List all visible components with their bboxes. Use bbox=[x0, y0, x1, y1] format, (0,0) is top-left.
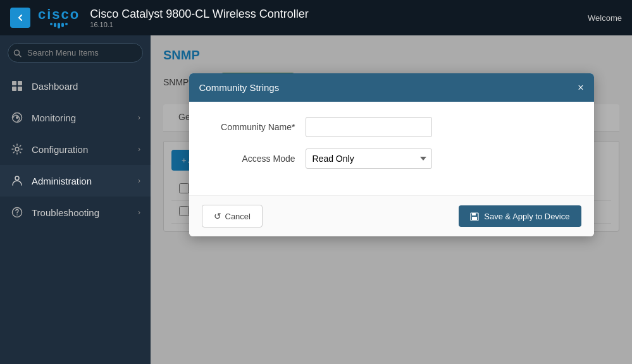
administration-arrow-icon: › bbox=[138, 176, 140, 185]
back-button[interactable] bbox=[10, 8, 30, 28]
sidebar-item-troubleshooting-label: Troubleshooting bbox=[32, 207, 130, 218]
sidebar-item-configuration-label: Configuration bbox=[32, 144, 130, 155]
configuration-arrow-icon: › bbox=[138, 145, 140, 154]
access-mode-row: Access Mode Read Only Read Write bbox=[207, 149, 576, 169]
modal-close-button[interactable]: × bbox=[578, 83, 583, 93]
cisco-logo-text: cisco bbox=[38, 8, 80, 21]
community-name-label: Community Name* bbox=[207, 122, 295, 132]
community-name-row: Community Name* bbox=[207, 117, 576, 137]
modal-body: Community Name* Access Mode Read Only Re… bbox=[189, 102, 594, 195]
svg-point-9 bbox=[15, 176, 19, 180]
search-icon bbox=[13, 48, 22, 57]
sidebar-item-dashboard-label: Dashboard bbox=[32, 81, 140, 92]
cancel-icon: ↺ bbox=[214, 211, 221, 221]
search-input[interactable] bbox=[8, 43, 143, 63]
layout: Dashboard Monitoring › Configur bbox=[0, 35, 632, 364]
search-box bbox=[8, 43, 143, 63]
community-name-input[interactable] bbox=[306, 117, 432, 137]
modal-overlay: Community Strings × Community Name* Acce… bbox=[151, 35, 632, 364]
administration-icon bbox=[10, 174, 24, 188]
cisco-logo: cisco bbox=[38, 8, 80, 28]
svg-line-1 bbox=[19, 54, 22, 57]
cisco-logo-bars bbox=[50, 23, 68, 28]
dashboard-icon bbox=[10, 79, 24, 93]
svg-rect-15 bbox=[472, 213, 476, 215]
sidebar-item-dashboard[interactable]: Dashboard bbox=[0, 70, 151, 102]
app-version: 16.10.1 bbox=[90, 21, 588, 28]
community-strings-modal: Community Strings × Community Name* Acce… bbox=[189, 73, 594, 236]
cancel-label: Cancel bbox=[225, 212, 251, 221]
troubleshooting-icon bbox=[10, 205, 24, 219]
sidebar-item-monitoring-label: Monitoring bbox=[32, 112, 130, 123]
app-title-block: Cisco Catalyst 9800-CL Wireless Controll… bbox=[90, 8, 588, 28]
sidebar-item-troubleshooting[interactable]: Troubleshooting › bbox=[0, 197, 151, 228]
svg-point-11 bbox=[16, 214, 18, 215]
app-main-title: Cisco Catalyst 9800-CL Wireless Controll… bbox=[90, 8, 588, 21]
modal-header: Community Strings × bbox=[189, 73, 594, 102]
sidebar-item-configuration[interactable]: Configuration › bbox=[0, 133, 151, 165]
svg-point-8 bbox=[15, 147, 19, 151]
sidebar-item-monitoring[interactable]: Monitoring › bbox=[0, 102, 151, 133]
svg-rect-4 bbox=[12, 87, 16, 91]
svg-point-7 bbox=[16, 116, 18, 119]
modal-title: Community Strings bbox=[199, 82, 280, 93]
svg-rect-3 bbox=[18, 81, 22, 85]
main-content: SNMP SNMP Mode ENABLED General Community… bbox=[151, 35, 632, 364]
svg-rect-2 bbox=[12, 81, 16, 85]
sidebar: Dashboard Monitoring › Configur bbox=[0, 35, 151, 364]
save-apply-button[interactable]: Save & Apply to Device bbox=[459, 205, 581, 227]
troubleshooting-arrow-icon: › bbox=[138, 208, 140, 217]
save-icon bbox=[470, 211, 479, 221]
svg-rect-16 bbox=[472, 217, 477, 220]
top-header: cisco Cisco Catalyst 9800-CL Wireless Co… bbox=[0, 0, 632, 35]
sidebar-item-administration[interactable]: Administration › bbox=[0, 165, 151, 197]
access-mode-label: Access Mode bbox=[207, 154, 295, 164]
welcome-text: Welcome bbox=[588, 13, 622, 23]
monitoring-icon bbox=[10, 111, 24, 124]
configuration-icon bbox=[10, 142, 24, 156]
monitoring-arrow-icon: › bbox=[138, 113, 140, 122]
sidebar-item-administration-label: Administration bbox=[32, 176, 130, 186]
cancel-button[interactable]: ↺ Cancel bbox=[202, 205, 263, 228]
save-label: Save & Apply to Device bbox=[484, 212, 569, 221]
access-mode-select[interactable]: Read Only Read Write bbox=[306, 149, 432, 169]
modal-footer: ↺ Cancel Save & Apply to Device bbox=[189, 195, 594, 236]
svg-rect-5 bbox=[18, 87, 22, 91]
